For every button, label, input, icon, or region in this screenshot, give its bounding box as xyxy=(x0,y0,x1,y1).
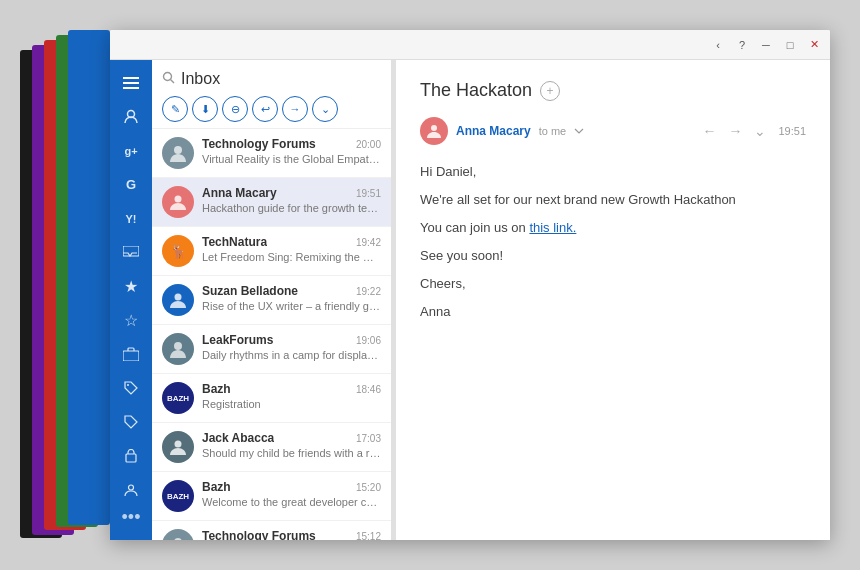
msg-preview: Daily rhythms in a camp for displaced pe… xyxy=(202,349,381,361)
svg-point-9 xyxy=(164,73,172,81)
avatar: 🦌 xyxy=(162,235,194,267)
msg-top: Bazh 18:46 xyxy=(202,382,381,396)
email-actions: ← → ⌄ xyxy=(698,121,770,141)
msg-item[interactable]: BAZH Bazh 15:20 Welcome to the great dev… xyxy=(152,472,391,521)
msg-sender: Technology Forums xyxy=(202,529,316,540)
sidebar-lock-icon[interactable] xyxy=(113,440,149,472)
avatar xyxy=(162,284,194,316)
svg-point-18 xyxy=(431,125,437,131)
sidebar-more-icon[interactable]: ••• xyxy=(122,507,141,534)
email-link[interactable]: this link. xyxy=(529,220,576,235)
msg-content: Bazh 18:46 Registration xyxy=(202,382,381,410)
msg-preview: Registration xyxy=(202,398,381,410)
msg-top: Technology Forums 20:00 xyxy=(202,137,381,151)
sidebar-tag2-icon[interactable] xyxy=(113,406,149,438)
email-timestamp: 19:51 xyxy=(778,125,806,137)
msg-item[interactable]: 🦌 TechNatura 19:42 Let Freedom Sing: Rem… xyxy=(152,227,391,276)
sidebar-yahoo-icon[interactable]: Y! xyxy=(113,203,149,235)
inbox-header: Inbox ✎ ⬇ ⊖ ↩ → ⌄ xyxy=(152,60,391,129)
minimize-button[interactable]: ─ xyxy=(758,37,774,53)
stack-5-bg xyxy=(68,30,110,525)
sidebar-star-outline-icon[interactable]: ☆ xyxy=(113,304,149,336)
sidebar-google-icon[interactable]: G xyxy=(113,169,149,201)
msg-time: 17:03 xyxy=(356,433,381,444)
sidebar-star-filled-icon[interactable]: ★ xyxy=(113,271,149,303)
msg-preview: Let Freedom Sing: Remixing the Declarati… xyxy=(202,251,381,263)
msg-item[interactable]: Technology Forums 20:00 Virtual Reality … xyxy=(152,129,391,178)
msg-content: LeakForums 19:06 Daily rhythms in a camp… xyxy=(202,333,381,361)
msg-time: 19:06 xyxy=(356,335,381,346)
msg-sender: Jack Abacca xyxy=(202,431,274,445)
more-actions-icon[interactable]: ⌄ xyxy=(750,121,770,141)
window-controls: ‹ ? ─ □ ✕ xyxy=(710,37,822,53)
msg-top: TechNatura 19:42 xyxy=(202,235,381,249)
msg-preview: Hackathon guide for the growth team xyxy=(202,202,381,214)
sidebar-contacts-icon[interactable] xyxy=(113,101,149,133)
msg-top: Bazh 15:20 xyxy=(202,480,381,494)
msg-preview: Rise of the UX writer – a friendly guide… xyxy=(202,300,381,312)
reply-back-icon[interactable]: ← xyxy=(698,121,720,141)
email-subject: The Hackaton xyxy=(420,80,532,101)
search-icon xyxy=(162,71,175,87)
main-window: ‹ ? ─ □ ✕ g+ G Y! xyxy=(110,30,830,540)
email-from-name: Anna Macary xyxy=(456,124,531,138)
sidebar-menu-icon[interactable] xyxy=(113,67,149,99)
msg-item[interactable]: BAZH Bazh 18:46 Registration xyxy=(152,374,391,423)
add-subject-icon[interactable]: + xyxy=(540,81,560,101)
msg-content: Anna Macary 19:51 Hackathon guide for th… xyxy=(202,186,381,214)
email-closing1: See you soon! xyxy=(420,245,806,267)
msg-sender: Bazh xyxy=(202,480,231,494)
close-button[interactable]: ✕ xyxy=(806,37,822,53)
msg-content: Technology Forums 15:12 Learning in VR w… xyxy=(202,529,381,540)
reply-forward-icon[interactable]: → xyxy=(724,121,746,141)
inbox-list: Technology Forums 20:00 Virtual Reality … xyxy=(152,129,391,540)
download-toolbar-icon[interactable]: ⬇ xyxy=(192,96,218,122)
svg-rect-2 xyxy=(123,87,139,89)
email-detail: The Hackaton + Anna Macary to me ← → ⌄ xyxy=(396,60,830,540)
sidebar-person-icon[interactable] xyxy=(113,474,149,506)
avatar xyxy=(162,431,194,463)
back-button[interactable]: ‹ xyxy=(710,37,726,53)
svg-point-12 xyxy=(175,196,182,203)
forward-toolbar-icon[interactable]: → xyxy=(282,96,308,122)
msg-top: Suzan Belladone 19:22 xyxy=(202,284,381,298)
msg-preview: Welcome to the great developer commu... xyxy=(202,496,381,508)
sender-avatar xyxy=(420,117,448,145)
msg-time: 20:00 xyxy=(356,139,381,150)
msg-top: Anna Macary 19:51 xyxy=(202,186,381,200)
msg-time: 19:22 xyxy=(356,286,381,297)
svg-point-13 xyxy=(175,294,182,301)
svg-rect-5 xyxy=(123,351,139,361)
delete-toolbar-icon[interactable]: ⊖ xyxy=(222,96,248,122)
msg-item[interactable]: Anna Macary 19:51 Hackathon guide for th… xyxy=(152,178,391,227)
sidebar-briefcase-icon[interactable] xyxy=(113,338,149,370)
sidebar-inbox-icon[interactable] xyxy=(113,237,149,269)
more-toolbar-icon[interactable]: ⌄ xyxy=(312,96,338,122)
msg-item[interactable]: Suzan Belladone 19:22 Rise of the UX wri… xyxy=(152,276,391,325)
email-line1: We're all set for our next brand new Gro… xyxy=(420,189,806,211)
msg-item[interactable]: Jack Abacca 17:03 Should my child be fri… xyxy=(152,423,391,472)
maximize-button[interactable]: □ xyxy=(782,37,798,53)
svg-point-11 xyxy=(174,146,182,154)
svg-line-10 xyxy=(171,80,175,84)
msg-time: 19:51 xyxy=(356,188,381,199)
reply-toolbar-icon[interactable]: ↩ xyxy=(252,96,278,122)
svg-point-6 xyxy=(127,384,129,386)
avatar xyxy=(162,186,194,218)
inbox-panel: Inbox ✎ ⬇ ⊖ ↩ → ⌄ xyxy=(152,60,392,540)
msg-item[interactable]: Technology Forums 15:12 Learning in VR w… xyxy=(152,521,391,540)
help-button[interactable]: ? xyxy=(734,37,750,53)
msg-content: Jack Abacca 17:03 Should my child be fri… xyxy=(202,431,381,459)
svg-point-15 xyxy=(175,441,182,448)
avatar: BAZH xyxy=(162,382,194,414)
msg-sender: Technology Forums xyxy=(202,137,316,151)
dropdown-arrow-icon xyxy=(574,126,584,136)
msg-top: LeakForums 19:06 xyxy=(202,333,381,347)
sidebar-tag-icon[interactable] xyxy=(113,372,149,404)
compose-toolbar-icon[interactable]: ✎ xyxy=(162,96,188,122)
inbox-toolbar: ✎ ⬇ ⊖ ↩ → ⌄ xyxy=(162,96,381,122)
msg-time: 15:20 xyxy=(356,482,381,493)
msg-item[interactable]: LeakForums 19:06 Daily rhythms in a camp… xyxy=(152,325,391,374)
sidebar-google-plus-icon[interactable]: g+ xyxy=(113,135,149,167)
msg-top: Technology Forums 15:12 xyxy=(202,529,381,540)
